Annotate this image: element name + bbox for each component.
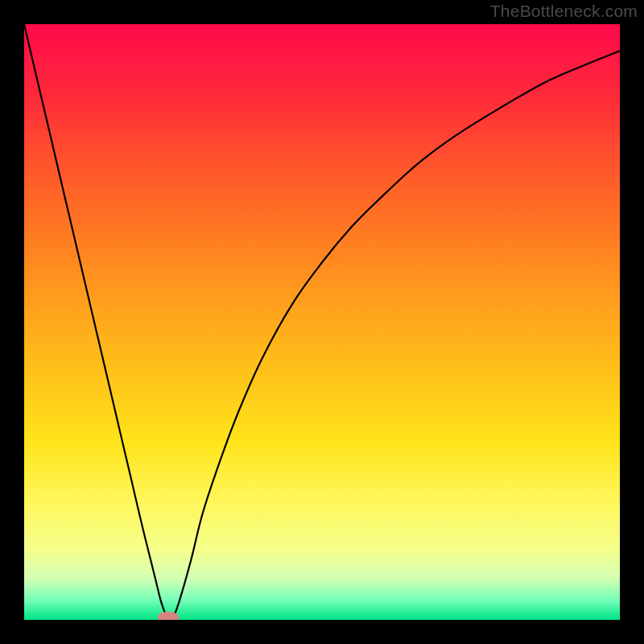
chart-frame: TheBottleneck.com [0, 0, 644, 644]
chart-svg [24, 24, 620, 620]
watermark-text: TheBottleneck.com [490, 2, 638, 21]
plot-area [24, 24, 620, 620]
gradient-background [24, 24, 620, 620]
